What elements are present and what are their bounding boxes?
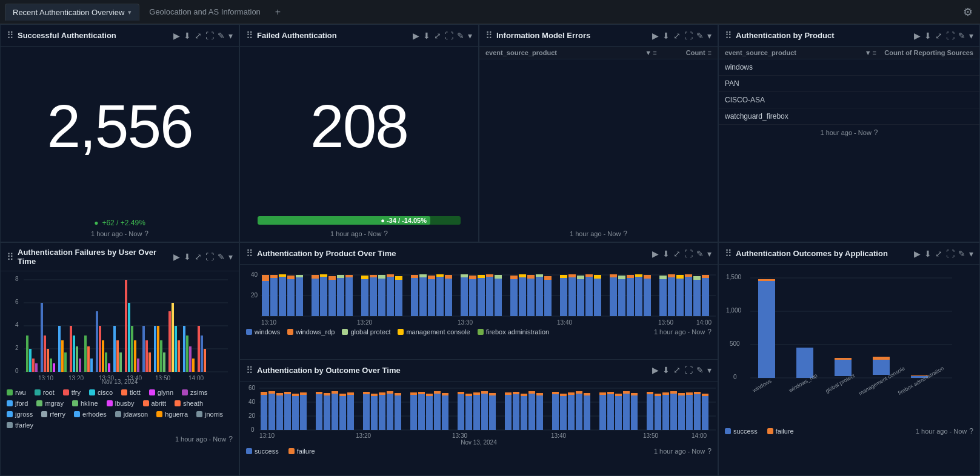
play-icon[interactable]: ▶: [173, 31, 180, 41]
edit-icon-3[interactable]: ✎: [696, 31, 704, 41]
svg-rect-110: [445, 275, 452, 279]
download-icon[interactable]: ⬇: [184, 31, 191, 41]
panel-footer-auth-product: 1 hour ago - Now ?: [719, 125, 979, 140]
download-icon-7[interactable]: ⬇: [662, 365, 670, 375]
panel-toolbar-successful: ▶ ⬇ ⤢ ⛶ ✎ ▾: [173, 31, 233, 41]
play-icon-7[interactable]: ▶: [652, 365, 659, 375]
info-model-col2-header: Count: [657, 49, 705, 56]
edit-icon-2[interactable]: ✎: [457, 31, 464, 41]
download-icon-5[interactable]: ⬇: [184, 252, 191, 262]
info-icon-8[interactable]: ?: [969, 427, 973, 435]
download-icon-6[interactable]: ⬇: [662, 249, 670, 259]
expand-icon-6[interactable]: ⤢: [673, 249, 681, 259]
edit-icon-7[interactable]: ✎: [696, 365, 704, 375]
svg-rect-89: [345, 277, 353, 316]
info-icon-5[interactable]: ?: [228, 435, 233, 443]
expand-icon-8[interactable]: ⤢: [935, 249, 942, 259]
svg-rect-54: [186, 336, 188, 372]
play-icon-2[interactable]: ▶: [413, 31, 419, 41]
svg-rect-209: [410, 395, 417, 430]
svg-rect-71: [262, 281, 269, 316]
svg-rect-145: [627, 278, 634, 316]
edit-icon-4[interactable]: ✎: [958, 31, 965, 41]
download-icon-4[interactable]: ⬇: [924, 31, 932, 41]
tab-recent-auth[interactable]: Recent Authentication Overview ▾: [5, 4, 139, 21]
svg-rect-161: [702, 278, 709, 316]
play-icon-3[interactable]: ▶: [652, 31, 659, 41]
svg-rect-47: [160, 340, 162, 372]
svg-rect-232: [513, 392, 519, 394]
info-icon-3[interactable]: ?: [623, 230, 627, 238]
fullscreen-icon-5[interactable]: ⛶: [205, 252, 214, 262]
outcome-time-time: 1 hour ago - Now ?: [654, 447, 712, 455]
play-icon-4[interactable]: ▶: [914, 31, 921, 41]
legend-item: glynn: [149, 389, 173, 396]
expand-icon-3[interactable]: ⤢: [673, 31, 681, 41]
svg-rect-223: [473, 395, 480, 430]
legend-item: failure: [767, 428, 794, 435]
chevron-down-icon-4[interactable]: ▾: [969, 31, 973, 41]
failed-auth-number-area: 208: [240, 47, 478, 205]
chevron-down-icon-5[interactable]: ▾: [228, 252, 233, 262]
chevron-down-icon-8[interactable]: ▾: [969, 249, 973, 259]
download-icon-8[interactable]: ⬇: [924, 249, 932, 259]
fullscreen-icon-4[interactable]: ⛶: [946, 31, 955, 41]
edit-icon-6[interactable]: ✎: [696, 249, 704, 259]
chevron-down-icon-3[interactable]: ▾: [707, 31, 712, 41]
fullscreen-icon-8[interactable]: ⛶: [946, 249, 955, 259]
legend-color: [36, 400, 42, 406]
fullscreen-icon[interactable]: ⛶: [205, 31, 214, 41]
svg-rect-94: [370, 275, 377, 277]
info-icon-4[interactable]: ?: [874, 128, 878, 137]
chevron-down-icon-6[interactable]: ▾: [707, 249, 712, 259]
filter-icon-product[interactable]: ▼: [865, 49, 872, 56]
svg-rect-295: [873, 357, 890, 360]
legend-item: tlott: [121, 389, 141, 396]
sort-icon-col2[interactable]: ≡: [708, 49, 712, 56]
expand-icon-4[interactable]: ⤢: [935, 31, 942, 41]
download-icon-2[interactable]: ⬇: [423, 31, 430, 41]
auth-failures-time: 1 hour ago - Now ?: [1, 432, 239, 447]
svg-rect-16: [47, 349, 49, 372]
info-icon-2[interactable]: ?: [384, 230, 388, 238]
chevron-down-icon-2[interactable]: ▾: [468, 31, 472, 41]
info-icon-6[interactable]: ?: [707, 328, 712, 336]
panel-toolbar-outcome-time: ▶ ⬇ ⤢ ⛶ ✎ ▾: [652, 365, 712, 375]
edit-icon-8[interactable]: ✎: [958, 249, 965, 259]
tab-add-button[interactable]: +: [270, 3, 285, 21]
dots-icon-5: ⠿: [7, 251, 14, 263]
svg-text:60: 60: [248, 385, 256, 391]
chevron-down-icon[interactable]: ▾: [228, 31, 233, 41]
gear-icon[interactable]: ⚙: [961, 3, 975, 21]
filter-icon-col1[interactable]: ▼: [645, 49, 652, 56]
tab-dropdown-arrow[interactable]: ▾: [128, 8, 132, 16]
svg-rect-270: [686, 392, 693, 395]
expand-icon[interactable]: ⤢: [195, 31, 202, 41]
tab-geolocation[interactable]: Geolocation and AS Information: [142, 4, 268, 20]
svg-rect-268: [678, 393, 685, 395]
svg-text:13:50: 13:50: [155, 375, 170, 380]
edit-icon[interactable]: ✎: [218, 31, 225, 41]
failed-auth-trend: ● -34 / -14.05%: [381, 217, 427, 224]
svg-rect-199: [363, 394, 370, 430]
legend-item: abritt: [143, 400, 166, 407]
expand-icon-7[interactable]: ⤢: [673, 365, 681, 375]
fullscreen-icon-3[interactable]: ⛶: [684, 31, 693, 41]
play-icon-8[interactable]: ▶: [914, 249, 921, 259]
svg-rect-117: [486, 277, 493, 316]
play-icon-6[interactable]: ▶: [652, 249, 659, 259]
info-icon-7[interactable]: ?: [707, 447, 712, 455]
info-icon[interactable]: ?: [144, 230, 148, 238]
svg-text:0: 0: [251, 426, 255, 433]
chevron-down-icon-7[interactable]: ▾: [707, 365, 712, 375]
fullscreen-icon-2[interactable]: ⛶: [445, 31, 453, 41]
expand-icon-2[interactable]: ⤢: [434, 31, 441, 41]
download-icon-3[interactable]: ⬇: [662, 31, 670, 41]
svg-text:14:00: 14:00: [692, 432, 707, 439]
play-icon-5[interactable]: ▶: [173, 252, 180, 262]
edit-icon-5[interactable]: ✎: [218, 252, 225, 262]
fullscreen-icon-6[interactable]: ⛶: [684, 249, 693, 259]
fullscreen-icon-7[interactable]: ⛶: [684, 365, 693, 375]
svg-text:13:20: 13:20: [357, 319, 372, 326]
expand-icon-5[interactable]: ⤢: [195, 252, 202, 262]
